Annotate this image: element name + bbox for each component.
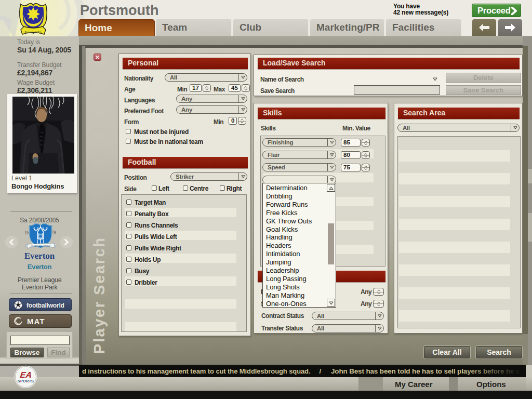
svg-text:SPORTS: SPORTS (18, 379, 34, 383)
svg-text:NIL SATIS NISI OPTIMUM: NIL SATIS NISI OPTIMUM (31, 245, 50, 247)
svg-text:EA: EA (20, 370, 33, 379)
svg-text:Portsmouth F.C.: Portsmouth F.C. (25, 31, 42, 33)
